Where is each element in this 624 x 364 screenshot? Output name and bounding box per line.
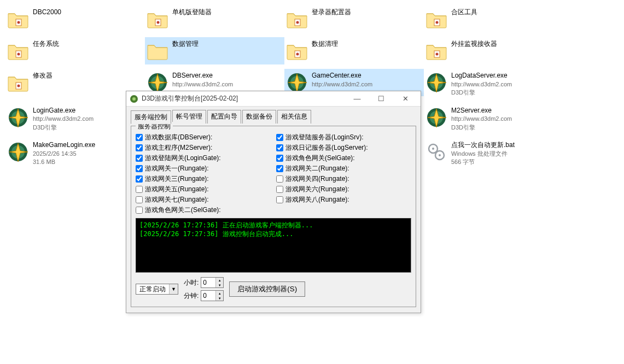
server-checkbox[interactable]: 游戏日记服务器(LogServer):	[276, 143, 411, 152]
checkbox-input[interactable]	[276, 134, 283, 141]
tab[interactable]: 服务端控制	[131, 110, 171, 124]
file-item[interactable]: MakeGameLogin.exe2025/2/26 14:3531.6 MB	[5, 138, 145, 169]
checkbox-label: 游戏网关七(Rungate):	[145, 195, 209, 204]
checkbox-input[interactable]	[136, 165, 143, 172]
checkbox-label: 游戏日记服务器(LogServer):	[285, 143, 368, 152]
server-checkbox[interactable]: 游戏网关六(Rungate):	[276, 185, 411, 194]
checkbox-input[interactable]	[136, 175, 143, 183]
folder-icon	[285, 8, 308, 31]
spin-down-icon[interactable]: ▼	[216, 283, 223, 287]
tab[interactable]: 数据备份	[242, 110, 276, 124]
checkbox-label: 游戏数据库(DBServer):	[145, 133, 212, 142]
file-name: 任务系统	[33, 39, 59, 49]
file-name: 修改器	[33, 71, 53, 80]
titlebar[interactable]: D3D游戏引擎控制台[2025-02-02] — ☐ ✕	[126, 91, 421, 107]
exe-icon	[425, 106, 448, 129]
tab[interactable]: 配置向导	[207, 110, 241, 124]
server-checkbox[interactable]: 游戏网关七(Rungate):	[136, 195, 271, 204]
server-control-group: 服务器控制 游戏数据库(DBServer):游戏登陆服务器(LoginSrv):…	[131, 126, 416, 307]
hour-spinner[interactable]: ▲▼	[201, 277, 224, 288]
file-name: 数据管理	[172, 39, 199, 49]
minute-input[interactable]	[201, 291, 215, 301]
file-item[interactable]: M2Server.exehttp://www.d3dm2.comD3D引擎	[424, 104, 563, 134]
checkbox-input[interactable]	[136, 134, 143, 141]
file-name: MakeGameLogin.exe	[33, 140, 95, 150]
file-name: DBServer.exe	[172, 71, 233, 80]
start-mode-combo[interactable]: 正常启动 ▼	[136, 284, 178, 295]
file-item[interactable]: 登录器配置器	[284, 5, 424, 33]
minimize-button[interactable]: —	[345, 92, 369, 106]
server-checkbox[interactable]: 游戏角色网关二(SelGate):	[136, 206, 271, 215]
bat-icon	[425, 140, 448, 163]
server-checkbox[interactable]: 游戏角色网关(SelGate):	[276, 154, 411, 163]
server-checkbox[interactable]: 游戏主程序(M2Server):	[136, 143, 271, 152]
file-name: GameCenter.exe	[312, 71, 372, 80]
folder-icon	[285, 39, 308, 62]
file-item[interactable]: 修改器	[5, 69, 145, 96]
checkbox-input[interactable]	[276, 144, 283, 151]
folder-icon	[146, 8, 169, 31]
server-checkbox[interactable]: 游戏网关八(Rungate):	[276, 195, 411, 204]
svg-point-3	[157, 21, 160, 24]
file-sub: 566 字节	[451, 158, 515, 166]
file-name: 单机版登陆器	[172, 8, 212, 17]
file-name: 数据清理	[312, 39, 338, 49]
minute-label: 分钟:	[184, 291, 199, 301]
checkbox-input[interactable]	[276, 155, 283, 162]
spin-up-icon[interactable]: ▲	[216, 278, 223, 283]
file-name: 合区工具	[451, 8, 477, 17]
file-sub: D3D引擎	[451, 89, 512, 97]
tab[interactable]: 帐号管理	[172, 110, 206, 124]
file-item[interactable]: 任务系统	[5, 37, 145, 64]
log-console: [2025/2/26 17:27:36] 正在启动游戏客户端控制器...[202…	[136, 218, 411, 273]
spin-down-icon[interactable]: ▼	[216, 296, 223, 301]
file-item[interactable]: 合区工具	[424, 5, 563, 33]
server-checkbox[interactable]: 游戏数据库(DBServer):	[136, 133, 271, 142]
checkbox-input[interactable]	[276, 175, 283, 183]
file-item[interactable]: LogDataServer.exehttp://www.d3dm2.comD3D…	[424, 69, 563, 99]
checkbox-input[interactable]	[136, 155, 143, 162]
file-item[interactable]: 外挂监视接收器	[424, 37, 563, 64]
checkbox-input[interactable]	[276, 186, 283, 193]
server-checkbox[interactable]: 游戏网关一(Rungate):	[136, 164, 271, 173]
file-sub: 31.6 MB	[33, 158, 95, 166]
app-icon	[130, 95, 138, 103]
checkbox-label: 游戏网关四(Rungate):	[285, 174, 349, 184]
server-checkbox[interactable]: 游戏网关二(Rungate):	[276, 164, 411, 173]
checkbox-input[interactable]	[276, 196, 283, 203]
server-checkbox[interactable]: 游戏网关三(Rungate):	[136, 174, 271, 184]
svg-point-7	[436, 21, 439, 24]
svg-point-31	[439, 154, 441, 156]
file-item[interactable]: 单机版登陆器	[145, 5, 284, 33]
minute-spinner[interactable]: ▲▼	[201, 290, 224, 301]
server-checkbox[interactable]: 游戏登陆网关(LoginGate):	[136, 154, 271, 163]
folder-icon	[425, 8, 448, 31]
checkbox-input[interactable]	[136, 144, 143, 151]
maximize-button[interactable]: ☐	[369, 92, 393, 106]
checkbox-label: 游戏网关八(Rungate):	[285, 195, 349, 204]
file-item[interactable]: 点我一次自动更新.batWindows 批处理文件566 字节	[424, 138, 563, 169]
combo-value: 正常启动	[136, 285, 169, 294]
svg-point-13	[436, 53, 439, 56]
close-button[interactable]: ✕	[393, 92, 417, 106]
start-controller-button[interactable]: 启动游戏控制器(S)	[229, 281, 305, 297]
server-checkbox[interactable]: 游戏登陆服务器(LoginSrv):	[276, 133, 411, 142]
checkbox-input[interactable]	[136, 186, 143, 193]
checkbox-input[interactable]	[276, 165, 283, 172]
server-checkbox[interactable]: 游戏网关五(Rungate):	[136, 185, 271, 194]
file-item[interactable]: LoginGate.exehttp://www.d3dm2.comD3D引擎	[5, 104, 145, 134]
file-sub: http://www.d3dm2.com	[172, 80, 233, 89]
tab[interactable]: 相关信息	[277, 110, 311, 124]
file-item[interactable]: 数据清理	[284, 37, 424, 64]
file-item[interactable]: DBC2000	[5, 5, 145, 33]
hour-input[interactable]	[201, 278, 215, 287]
svg-point-5	[296, 21, 299, 24]
checkbox-label: 游戏登陆服务器(LoginSrv):	[285, 133, 364, 142]
checkbox-input[interactable]	[136, 207, 143, 214]
spin-up-icon[interactable]: ▲	[216, 291, 223, 296]
folder-icon	[7, 71, 30, 94]
file-item[interactable]: 数据管理	[145, 37, 284, 64]
server-checkbox[interactable]: 游戏网关四(Rungate):	[276, 174, 411, 184]
checkbox-input[interactable]	[136, 196, 143, 203]
hour-label: 小时:	[184, 278, 199, 287]
